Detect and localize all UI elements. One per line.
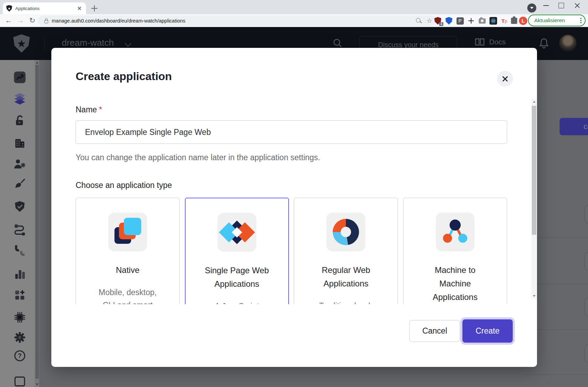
modal-title: Create application	[76, 70, 172, 83]
tab-strip: ★ Applications	[0, 0, 588, 14]
application-type-heading: Choose an application type	[76, 181, 172, 190]
spa-icon	[218, 213, 256, 252]
extensions-puzzle-icon[interactable]	[510, 17, 518, 25]
scrollbar-thumb[interactable]	[532, 106, 536, 235]
card-regular-web[interactable]: Regular Web Applications Traditional web	[294, 198, 398, 304]
tab-search-icon[interactable]	[527, 3, 536, 12]
zoom-page-icon[interactable]	[416, 18, 422, 24]
close-icon	[502, 75, 509, 82]
ublock-badge: 4	[439, 22, 443, 26]
p-extension-icon[interactable]: P	[456, 17, 464, 25]
browser-menu-icon[interactable]	[580, 20, 581, 21]
cancel-button[interactable]: Cancel	[409, 320, 460, 342]
bookmark-star-icon[interactable]: ☆	[427, 18, 432, 24]
regular-web-icon	[326, 213, 365, 251]
tab-title: Applications	[15, 6, 76, 11]
native-apps-icon	[108, 213, 147, 251]
card-title: Native	[95, 263, 161, 277]
modal-body: Name* You can change the application nam…	[51, 99, 537, 304]
application-type-cards: Native Mobile, desktop, CLI and smart	[76, 198, 507, 304]
back-button[interactable]: ←	[3, 15, 14, 26]
forward-button[interactable]: →	[15, 15, 26, 26]
ublock-extension-icon[interactable]: 4	[434, 17, 442, 25]
address-bar[interactable]: manage.auth0.com/dashboard/eu/dream-watc…	[37, 16, 436, 26]
card-machine-to-machine[interactable]: Machine to Machine Applications	[403, 198, 507, 304]
screen-capture-extension-icon[interactable]	[467, 17, 475, 25]
card-single-page-web[interactable]: Single Page Web Applications A JavaScrip…	[185, 198, 289, 304]
scroll-up-icon[interactable]	[533, 101, 536, 103]
card-description: A JavaScript	[186, 300, 288, 304]
name-helper-text: You can change the application name late…	[76, 153, 320, 162]
browser-window: ★ Applications ← → ↻ manage.auth0.com/da…	[0, 0, 588, 387]
react-devtools-extension-icon[interactable]	[489, 17, 497, 25]
browser-tab[interactable]: ★ Applications	[3, 2, 86, 14]
url-text[interactable]: manage.auth0.com/dashboard/eu/dream-watc…	[52, 18, 185, 24]
reload-button[interactable]: ↻	[27, 15, 37, 26]
name-label: Name*	[76, 105, 102, 114]
lock-icon[interactable]	[44, 20, 48, 23]
card-title: Single Page Web Applications	[204, 264, 270, 291]
scroll-down-icon[interactable]	[533, 295, 536, 297]
card-title: Machine to Machine Applications	[422, 263, 488, 304]
modal-close-button[interactable]	[497, 71, 513, 87]
card-title: Regular Web Applications	[313, 263, 379, 290]
create-button[interactable]: Create	[462, 319, 513, 343]
create-application-modal: Create application Name* You can change …	[51, 48, 537, 367]
application-name-input[interactable]	[76, 120, 507, 144]
card-description: Traditional web	[294, 300, 398, 304]
window-minimize-button[interactable]	[538, 0, 554, 11]
browser-profile-avatar[interactable]: L	[519, 17, 527, 25]
atom-icon	[490, 18, 496, 24]
tab-close-icon[interactable]	[76, 5, 83, 11]
card-native[interactable]: Native Mobile, desktop, CLI and smart	[76, 198, 180, 304]
window-maximize-button[interactable]	[554, 0, 569, 11]
window-close-button[interactable]	[570, 0, 585, 11]
m2m-icon	[436, 213, 475, 251]
bitwarden-extension-icon[interactable]	[445, 17, 453, 25]
update-browser-button[interactable]: Aktualisieren	[528, 15, 586, 26]
required-asterisk: *	[99, 105, 102, 114]
modal-scrollbar[interactable]	[531, 99, 537, 299]
auth0-favicon-icon: ★	[6, 5, 12, 12]
camera-extension-icon[interactable]	[478, 17, 486, 25]
card-description: Mobile, desktop, CLI and smart	[76, 286, 179, 304]
new-tab-button[interactable]	[90, 4, 99, 12]
tp-extension-icon[interactable]: Tp	[500, 17, 509, 25]
